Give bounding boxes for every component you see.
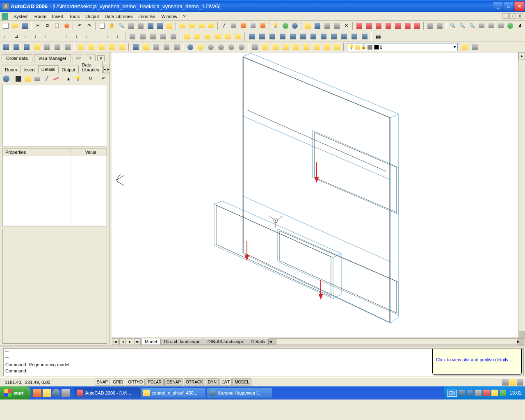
tab-data-libraries[interactable]: Data Libraries (79, 61, 103, 73)
tray-icon-1[interactable] (502, 379, 509, 386)
tool-red3[interactable] (374, 21, 383, 30)
r3-17[interactable] (172, 43, 181, 52)
tool-box2[interactable] (188, 21, 196, 30)
tool-cube3[interactable] (323, 21, 331, 30)
r3-6[interactable] (52, 43, 62, 52)
tool-btn-d[interactable] (155, 21, 164, 30)
layout-tab-model[interactable]: Model (141, 339, 161, 345)
layout-last[interactable]: ⏭ (134, 338, 141, 345)
drawing-canvas[interactable] (112, 52, 525, 338)
tool-box1[interactable] (178, 21, 187, 30)
ucs-6[interactable]: ∟ (52, 32, 62, 41)
language-indicator[interactable]: EN (447, 390, 457, 397)
start-button[interactable]: start (0, 386, 31, 399)
task-autocad[interactable]: AutoCAD 2006 - [U:\i... (74, 388, 139, 398)
menu-output[interactable]: Output (82, 13, 102, 20)
scroll-up-icon[interactable]: ▲ (518, 52, 525, 59)
solid-4[interactable] (213, 32, 222, 41)
tool-draw3[interactable] (239, 21, 248, 30)
mode-osnap[interactable]: OSNAP (164, 379, 183, 386)
ql-icon-4[interactable] (62, 389, 70, 397)
tool-zoom[interactable]: 🔍 (117, 21, 126, 30)
layer-btn1[interactable] (460, 43, 469, 52)
layer-combo[interactable]: 💡 🔓 0 ▾ (347, 43, 458, 51)
ucs-1[interactable]: ∟ (1, 32, 11, 41)
visu-manager-button[interactable]: Visu-Manager (34, 54, 71, 62)
red-diag-icon[interactable] (52, 74, 61, 83)
tool-match[interactable] (62, 21, 71, 30)
ucs-8[interactable]: ∟ (73, 32, 82, 41)
tool-new[interactable] (1, 21, 10, 30)
camera-icon[interactable]: 📷 (373, 32, 383, 41)
tool-red2[interactable] (365, 21, 373, 30)
shade-4[interactable] (216, 43, 226, 52)
solid-3[interactable] (203, 32, 212, 41)
globe-icon[interactable] (2, 74, 11, 83)
shade-1[interactable] (185, 43, 195, 52)
tool-red4[interactable] (384, 21, 393, 30)
hscroll-right-icon[interactable]: ▸ (517, 339, 524, 345)
tool-globe2[interactable] (291, 21, 299, 30)
mode-polar[interactable]: POLAR (146, 379, 164, 386)
ucs-3[interactable]: ∟ (22, 32, 31, 41)
tree-area[interactable] (2, 85, 107, 146)
ucs-9[interactable]: ∟ (83, 32, 93, 41)
menu-imos-vis[interactable]: imos Vis (136, 13, 158, 20)
3d-4[interactable] (158, 32, 168, 41)
view3d-6[interactable] (298, 32, 308, 41)
tab-output[interactable]: Output (58, 66, 78, 73)
undo2-icon[interactable]: ↶ (99, 74, 108, 83)
ucs-4[interactable]: ∟ (32, 32, 41, 41)
tool-red5[interactable] (393, 21, 402, 30)
tool-render[interactable] (506, 21, 515, 30)
mode-model[interactable]: MODEL (233, 379, 251, 386)
view3d-12[interactable] (360, 32, 369, 41)
tool-zoom-realtime[interactable]: 🔍 (448, 21, 457, 30)
horizontal-scrollbar[interactable]: ◂ ▸ (269, 338, 524, 345)
tool-redo[interactable]: ↷ (85, 21, 94, 30)
3d-2[interactable] (138, 32, 147, 41)
prop-col-name[interactable]: Properties (3, 148, 71, 156)
refresh-icon[interactable]: ↻ (86, 74, 95, 83)
layers-icon[interactable] (33, 74, 42, 83)
r3-5[interactable] (42, 43, 52, 52)
tool-view2[interactable] (487, 21, 495, 30)
balloon-link[interactable]: Click to view plot and publish details..… (436, 357, 518, 362)
tab-room[interactable]: Room (2, 66, 20, 73)
r3-11[interactable] (107, 43, 116, 52)
shade-7[interactable] (250, 43, 260, 52)
hscroll-left-icon[interactable]: ◂ (269, 339, 276, 345)
window-close-button[interactable]: ✕ (514, 1, 524, 11)
shade-11[interactable] (291, 43, 301, 52)
mode-ortho[interactable]: ORTHO (126, 379, 145, 386)
tool-globe1[interactable] (281, 21, 290, 30)
tool-btn-b[interactable] (136, 21, 145, 30)
shade-9[interactable] (271, 43, 280, 52)
mode-otrack[interactable]: OTRACK (184, 379, 205, 386)
tray-misc2-icon[interactable] (500, 390, 506, 396)
tool-zoom-prev[interactable]: 🔍 (468, 21, 476, 30)
ucs-12[interactable]: ∟ (114, 32, 123, 41)
r3-8[interactable] (76, 43, 86, 52)
tool-cube5[interactable]: ✕ (342, 21, 351, 30)
ql-icon-3[interactable] (52, 389, 60, 397)
view3d-4[interactable] (278, 32, 287, 41)
r3-10[interactable] (97, 43, 106, 52)
shade-8[interactable] (260, 43, 270, 52)
mdi-close[interactable]: × (517, 13, 523, 19)
view3d-7[interactable] (308, 32, 318, 41)
view3d-3[interactable] (267, 32, 277, 41)
mode-grid[interactable]: GRID (111, 379, 125, 386)
command-text[interactable]: "" "" Command: Regenerating model. Comma… (3, 348, 524, 376)
view3d-8[interactable] (319, 32, 328, 41)
view3d-10[interactable] (339, 32, 349, 41)
tool-red1[interactable] (355, 21, 363, 30)
tool-view1[interactable] (477, 21, 486, 30)
vertical-scrollbar[interactable]: ▲ ▼ (518, 52, 525, 345)
r3-13[interactable] (131, 43, 140, 52)
r3-3[interactable] (22, 43, 31, 52)
ucs-2[interactable]: ⊡ (11, 32, 21, 41)
layout-prev[interactable]: ◂ (119, 338, 126, 345)
solid-5[interactable] (223, 32, 233, 41)
menu-tools[interactable]: Tools (66, 13, 83, 20)
